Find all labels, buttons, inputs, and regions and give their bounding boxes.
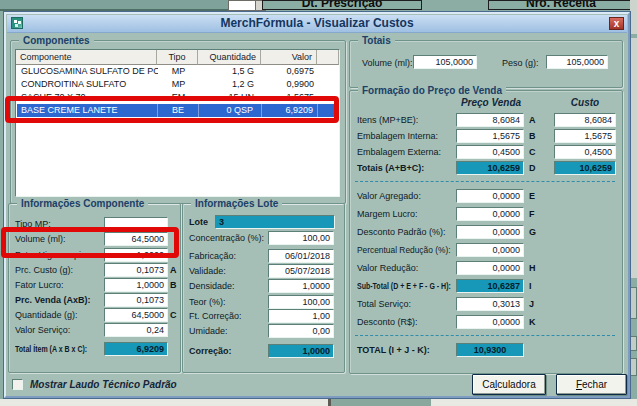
column-header-componente[interactable]: Componente (16, 50, 157, 65)
custo-field[interactable]: 8,6084 (554, 113, 616, 127)
row-label: Prc. Custo (g): (15, 263, 73, 277)
row-label: Total Serviço: (357, 297, 411, 311)
total-item-field: 6,9209 (104, 342, 168, 356)
column-header-spacer (317, 50, 339, 65)
parent-window-strip (0, 0, 232, 11)
background-fragment (630, 38, 637, 278)
close-icon[interactable]: x (609, 17, 624, 30)
fechar-button[interactable]: Fechar (556, 374, 627, 395)
row-label: Correção: (189, 344, 232, 358)
preco-venda-field[interactable]: 0,0000 (456, 207, 524, 221)
volume-total-label: Volume (ml): (362, 56, 413, 70)
info-lote-group: Informações Lote Lote 3 Concentração (%)… (182, 203, 345, 373)
column-header-valor[interactable]: Valor (261, 50, 317, 65)
parent-spin-field[interactable] (228, 0, 256, 11)
preco-venda-field[interactable]: 0,0000 (456, 243, 524, 257)
quantidade-g-field[interactable]: 64,5000 (104, 308, 168, 322)
row-label: Desconto (R$): (357, 315, 418, 329)
row-label: Fator Lucro: (15, 278, 64, 292)
ft-correcao-field[interactable]: 1,00 (268, 309, 334, 323)
formacao-group-title: Formação do Preço de Venda (358, 84, 506, 97)
preco-venda-field[interactable]: 0,0000 (456, 225, 524, 239)
totais-group: Totais Volume (ml): 105,0000 Peso (g): 1… (349, 40, 623, 88)
preco-venda-field[interactable]: 0,4500 (456, 145, 524, 159)
row-label: Embalagem Externa: (357, 145, 441, 159)
formacao-preco-group: Formação do Preço de Venda Preço Venda C… (349, 90, 623, 374)
umidade-field[interactable]: 0,00 (268, 324, 334, 338)
dt-prescricao-label: Dt. Prescrição (262, 0, 422, 10)
preco-venda-field[interactable]: 0,3013 (456, 297, 524, 311)
dialog-title: MerchFórmula - Visualizar Custos (7, 15, 627, 32)
row-letter: B (529, 129, 536, 143)
preco-venda-field[interactable]: 8,6084 (456, 113, 524, 127)
componentes-group-title: Componentes (19, 34, 94, 47)
row-letter: J (529, 297, 534, 311)
row-label: Margem Lucro: (357, 207, 418, 221)
lote-label: Lote (189, 215, 208, 229)
componentes-table: Componente Tipo Quantidade Valor GLUCOSA… (15, 49, 340, 197)
volume-total-field[interactable]: 105,0000 (413, 55, 477, 69)
fator-lucro-field[interactable]: 1,0000 (104, 278, 168, 292)
custo-column-header: Custo (554, 97, 616, 108)
mostrar-laudo-label[interactable]: Mostrar Laudo Técnico Padrão (30, 379, 177, 390)
validade-field[interactable]: 05/07/2018 (268, 264, 334, 278)
row-letter: G (529, 225, 536, 239)
row-label: Teor (%): (189, 295, 226, 309)
row-letter: E (529, 189, 535, 203)
teor-field[interactable]: 100,00 (268, 295, 334, 309)
row-label: Fabricação: (189, 249, 236, 263)
row-label: Totais (A+B+C): (357, 161, 424, 175)
row-letter: D (529, 161, 536, 175)
calculadora-button[interactable]: Calculadora (472, 374, 546, 395)
subtotal-field: 10,6287 (456, 279, 524, 293)
custo-field[interactable]: 1,5675 (554, 129, 616, 143)
background-fragment (630, 0, 637, 34)
totais-custo-field: 10,6259 (554, 161, 616, 175)
table-row[interactable]: GLUCOSAMINA SULFATO DE PO... MP 1,5 G 0,… (17, 65, 339, 78)
background-fragment (331, 399, 431, 406)
info-lote-title: Informações Lote (191, 197, 282, 210)
row-label: Total Ítem (A x B x C): (15, 342, 87, 356)
densidade-field[interactable]: 1,0000 (268, 279, 334, 293)
row-letter: I (529, 279, 532, 293)
column-header-quantidade[interactable]: Quantidade (198, 50, 261, 65)
total-row-label: TOTAL (I + J - K): (357, 343, 430, 357)
row-letter: B (170, 278, 177, 292)
column-header-tipo[interactable]: Tipo (157, 50, 198, 65)
prc-venda-field[interactable]: 0,1073 (104, 293, 168, 307)
preco-venda-field[interactable]: 0,0000 (456, 315, 524, 329)
row-label: Ft. Correção: (189, 309, 242, 323)
row-label: Percentual Redução (%): (357, 243, 451, 257)
row-letter: K (529, 315, 536, 329)
custo-field[interactable]: 0,4500 (554, 145, 616, 159)
row-letter: H (529, 261, 536, 275)
mostrar-laudo-checkbox[interactable] (12, 379, 23, 390)
dialog-titlebar[interactable]: MerchFórmula - Visualizar Custos x (7, 15, 627, 33)
concentracao-field[interactable]: 100,00 (268, 231, 334, 245)
row-label: Sub-Total (D + E + F - G - H): (357, 279, 451, 293)
row-label: Validade: (189, 264, 226, 278)
row-label: Quantidade (g): (15, 308, 78, 322)
table-row[interactable]: CONDROITINA SULFATO MP 1,2 G 0,9900 (17, 78, 339, 91)
preco-venda-field[interactable]: 0,0000 (456, 261, 524, 275)
preco-venda-field[interactable]: 0,0000 (456, 189, 524, 203)
componentes-table-header: Componente Tipo Quantidade Valor (16, 50, 339, 65)
row-label: Valor Redução: (357, 261, 418, 275)
row-letter: A (170, 263, 177, 277)
prc-custo-field[interactable]: 0,1073 (104, 263, 168, 277)
totais-group-title: Totais (358, 34, 395, 47)
preco-venda-field[interactable]: 1,5675 (456, 129, 524, 143)
row-letter: C (529, 145, 536, 159)
row-label: Valor Agregado: (357, 189, 421, 203)
totais-venda-field: 10,6259 (456, 161, 524, 175)
annotation-rect-volume-field (1, 227, 179, 258)
fabricacao-field[interactable]: 06/01/2018 (268, 249, 334, 263)
lote-field: 3 (215, 215, 335, 229)
total-field: 10,9300 (456, 343, 524, 357)
peso-total-field[interactable]: 105,0000 (546, 55, 608, 69)
divider (355, 181, 615, 182)
row-label: Umidade: (189, 324, 228, 338)
row-label: Desconto Padrão (%): (357, 225, 446, 239)
valor-servico-field[interactable]: 0,24 (104, 323, 168, 337)
correcao-field: 1,0000 (268, 344, 334, 358)
